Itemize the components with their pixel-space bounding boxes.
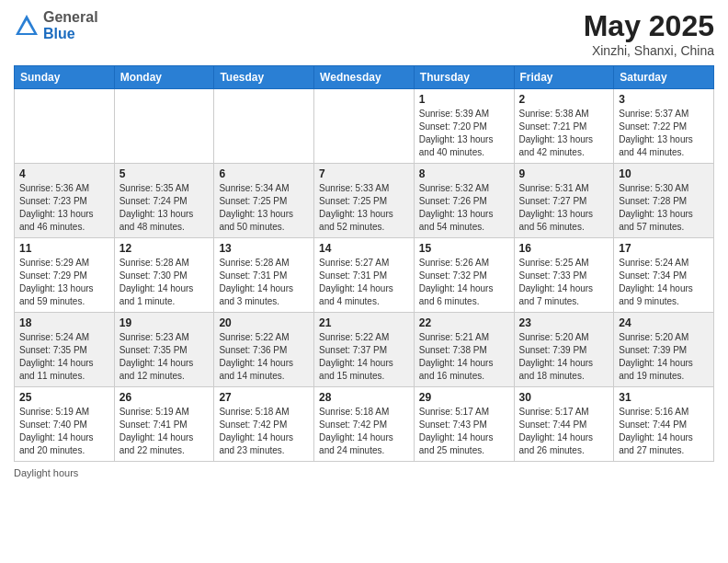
calendar-cell: 5Sunrise: 5:35 AMSunset: 7:24 PMDaylight… (114, 164, 214, 238)
col-header-monday: Monday (114, 66, 214, 89)
calendar-cell: 3Sunrise: 5:37 AMSunset: 7:22 PMDaylight… (614, 89, 714, 164)
day-number: 2 (519, 93, 609, 106)
day-info: Sunrise: 5:37 AMSunset: 7:22 PMDaylight:… (619, 108, 709, 159)
calendar-cell: 21Sunrise: 5:22 AMSunset: 7:37 PMDayligh… (314, 313, 415, 387)
logo-icon (14, 13, 40, 39)
logo-blue: Blue (43, 26, 98, 42)
calendar-cell: 17Sunrise: 5:24 AMSunset: 7:34 PMDayligh… (614, 238, 714, 313)
week-row-3: 18Sunrise: 5:24 AMSunset: 7:35 PMDayligh… (15, 313, 714, 387)
day-number: 23 (519, 316, 609, 329)
day-info: Sunrise: 5:23 AMSunset: 7:35 PMDaylight:… (119, 331, 210, 383)
day-info: Sunrise: 5:35 AMSunset: 7:24 PMDaylight:… (119, 182, 210, 234)
day-info: Sunrise: 5:28 AMSunset: 7:30 PMDaylight:… (119, 257, 210, 308)
day-number: 14 (319, 242, 409, 255)
col-header-wednesday: Wednesday (314, 66, 415, 89)
day-number: 17 (619, 242, 709, 255)
calendar-cell: 22Sunrise: 5:21 AMSunset: 7:38 PMDayligh… (414, 313, 514, 387)
title-location: Xinzhi, Shanxi, China (584, 43, 714, 58)
calendar-cell: 1Sunrise: 5:39 AMSunset: 7:20 PMDaylight… (414, 89, 514, 164)
calendar-cell: 19Sunrise: 5:23 AMSunset: 7:35 PMDayligh… (114, 313, 214, 387)
calendar-cell (15, 89, 115, 164)
col-header-saturday: Saturday (614, 66, 714, 89)
day-number: 11 (19, 242, 109, 255)
day-number: 20 (219, 316, 309, 329)
week-row-2: 11Sunrise: 5:29 AMSunset: 7:29 PMDayligh… (15, 238, 714, 313)
calendar-cell (314, 89, 415, 164)
calendar-cell: 31Sunrise: 5:16 AMSunset: 7:44 PMDayligh… (614, 387, 714, 462)
week-row-0: 1Sunrise: 5:39 AMSunset: 7:20 PMDaylight… (15, 89, 714, 164)
day-number: 25 (19, 391, 109, 404)
calendar-cell: 25Sunrise: 5:19 AMSunset: 7:40 PMDayligh… (15, 387, 115, 462)
calendar-header: SundayMondayTuesdayWednesdayThursdayFrid… (15, 66, 714, 89)
day-number: 8 (419, 167, 509, 180)
calendar-cell: 11Sunrise: 5:29 AMSunset: 7:29 PMDayligh… (15, 238, 115, 313)
day-number: 31 (619, 391, 709, 404)
calendar-cell: 12Sunrise: 5:28 AMSunset: 7:30 PMDayligh… (114, 238, 214, 313)
calendar-cell: 26Sunrise: 5:19 AMSunset: 7:41 PMDayligh… (114, 387, 214, 462)
day-info: Sunrise: 5:27 AMSunset: 7:31 PMDaylight:… (319, 257, 409, 308)
day-number: 21 (319, 316, 409, 329)
day-number: 19 (119, 316, 210, 329)
header: General Blue May 2025 Xinzhi, Shanxi, Ch… (14, 9, 714, 58)
calendar-cell: 28Sunrise: 5:18 AMSunset: 7:42 PMDayligh… (314, 387, 415, 462)
day-number: 13 (219, 242, 309, 255)
day-number: 15 (419, 242, 509, 255)
day-info: Sunrise: 5:26 AMSunset: 7:32 PMDaylight:… (419, 257, 509, 308)
calendar-cell: 15Sunrise: 5:26 AMSunset: 7:32 PMDayligh… (414, 238, 514, 313)
day-number: 22 (419, 316, 509, 329)
week-row-1: 4Sunrise: 5:36 AMSunset: 7:23 PMDaylight… (15, 164, 714, 238)
logo-text: General Blue (43, 9, 98, 41)
day-info: Sunrise: 5:17 AMSunset: 7:43 PMDaylight:… (419, 406, 509, 457)
day-number: 30 (519, 391, 609, 404)
calendar-cell: 10Sunrise: 5:30 AMSunset: 7:28 PMDayligh… (614, 164, 714, 238)
day-number: 5 (119, 167, 210, 180)
calendar-cell: 4Sunrise: 5:36 AMSunset: 7:23 PMDaylight… (15, 164, 115, 238)
day-number: 6 (219, 167, 309, 180)
day-number: 24 (619, 316, 709, 329)
col-header-thursday: Thursday (414, 66, 514, 89)
calendar-cell: 14Sunrise: 5:27 AMSunset: 7:31 PMDayligh… (314, 238, 415, 313)
calendar-cell: 30Sunrise: 5:17 AMSunset: 7:44 PMDayligh… (514, 387, 614, 462)
calendar-cell: 16Sunrise: 5:25 AMSunset: 7:33 PMDayligh… (514, 238, 614, 313)
day-info: Sunrise: 5:29 AMSunset: 7:29 PMDaylight:… (19, 257, 109, 308)
day-info: Sunrise: 5:34 AMSunset: 7:25 PMDaylight:… (219, 182, 309, 234)
day-info: Sunrise: 5:21 AMSunset: 7:38 PMDaylight:… (419, 331, 509, 383)
day-number: 10 (619, 167, 709, 180)
calendar-cell: 24Sunrise: 5:20 AMSunset: 7:39 PMDayligh… (614, 313, 714, 387)
day-info: Sunrise: 5:17 AMSunset: 7:44 PMDaylight:… (519, 406, 609, 457)
col-header-sunday: Sunday (15, 66, 115, 89)
calendar-cell: 9Sunrise: 5:31 AMSunset: 7:27 PMDaylight… (514, 164, 614, 238)
calendar-cell: 7Sunrise: 5:33 AMSunset: 7:25 PMDaylight… (314, 164, 415, 238)
day-number: 27 (219, 391, 309, 404)
logo: General Blue (14, 9, 98, 41)
day-info: Sunrise: 5:22 AMSunset: 7:37 PMDaylight:… (319, 331, 409, 383)
day-info: Sunrise: 5:19 AMSunset: 7:40 PMDaylight:… (19, 406, 109, 457)
day-info: Sunrise: 5:16 AMSunset: 7:44 PMDaylight:… (619, 406, 709, 457)
day-info: Sunrise: 5:22 AMSunset: 7:36 PMDaylight:… (219, 331, 309, 383)
day-number: 29 (419, 391, 509, 404)
week-row-4: 25Sunrise: 5:19 AMSunset: 7:40 PMDayligh… (15, 387, 714, 462)
day-number: 12 (119, 242, 210, 255)
day-info: Sunrise: 5:30 AMSunset: 7:28 PMDaylight:… (619, 182, 709, 234)
col-header-tuesday: Tuesday (214, 66, 314, 89)
day-info: Sunrise: 5:24 AMSunset: 7:35 PMDaylight:… (19, 331, 109, 383)
calendar-cell: 13Sunrise: 5:28 AMSunset: 7:31 PMDayligh… (214, 238, 314, 313)
calendar-cell: 27Sunrise: 5:18 AMSunset: 7:42 PMDayligh… (214, 387, 314, 462)
day-number: 7 (319, 167, 409, 180)
day-info: Sunrise: 5:20 AMSunset: 7:39 PMDaylight:… (519, 331, 609, 383)
day-number: 9 (519, 167, 609, 180)
footer-text: Daylight hours (14, 467, 78, 478)
calendar-cell: 23Sunrise: 5:20 AMSunset: 7:39 PMDayligh… (514, 313, 614, 387)
day-info: Sunrise: 5:24 AMSunset: 7:34 PMDaylight:… (619, 257, 709, 308)
day-info: Sunrise: 5:36 AMSunset: 7:23 PMDaylight:… (19, 182, 109, 234)
calendar-cell (114, 89, 214, 164)
day-number: 28 (319, 391, 409, 404)
header-row: SundayMondayTuesdayWednesdayThursdayFrid… (15, 66, 714, 89)
title-month: May 2025 (584, 9, 714, 43)
calendar-cell (214, 89, 314, 164)
day-info: Sunrise: 5:31 AMSunset: 7:27 PMDaylight:… (519, 182, 609, 234)
calendar-cell: 6Sunrise: 5:34 AMSunset: 7:25 PMDaylight… (214, 164, 314, 238)
day-info: Sunrise: 5:32 AMSunset: 7:26 PMDaylight:… (419, 182, 509, 234)
day-number: 18 (19, 316, 109, 329)
day-info: Sunrise: 5:28 AMSunset: 7:31 PMDaylight:… (219, 257, 309, 308)
